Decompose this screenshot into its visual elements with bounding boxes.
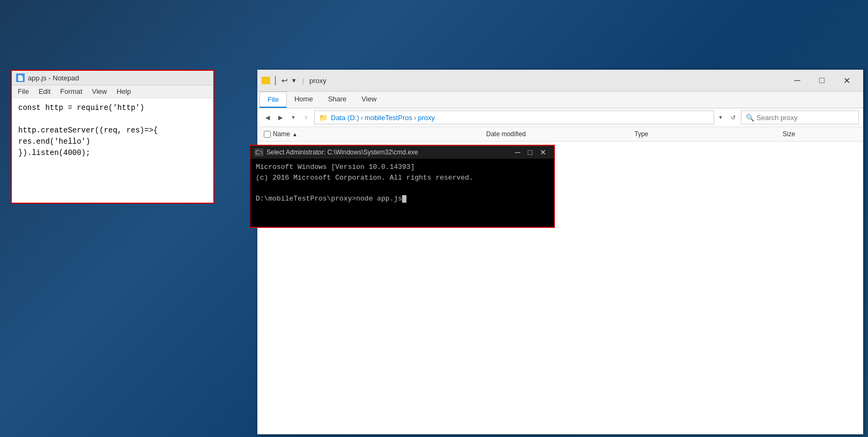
cmd-content[interactable]: Microsoft Windows [Version 10.0.14393] (… bbox=[250, 159, 554, 227]
sort-arrow: ▲ bbox=[292, 131, 298, 137]
menu-view[interactable]: View bbox=[91, 87, 109, 96]
search-box[interactable]: 🔍 bbox=[741, 110, 859, 124]
cmd-line-4: D:\mobileTestPros\proxy>node app.js bbox=[256, 194, 548, 204]
cmd-line-3 bbox=[256, 183, 548, 194]
search-icon: 🔍 bbox=[746, 114, 754, 122]
explorer-maximize-btn[interactable]: □ bbox=[810, 73, 834, 88]
cmd-restore-btn[interactable]: □ bbox=[525, 148, 536, 157]
col-date-header[interactable]: Date modified bbox=[486, 130, 635, 138]
menu-help[interactable]: Help bbox=[115, 87, 132, 96]
cmd-window: C:\ Select Administrator: C:\Windows\Sys… bbox=[249, 145, 555, 228]
address-dropdown-btn[interactable]: ▼ bbox=[716, 112, 725, 123]
cmd-titlebar: C:\ Select Administrator: C:\Windows\Sys… bbox=[250, 146, 554, 159]
cmd-close-btn[interactable]: ✕ bbox=[537, 148, 550, 157]
ribbon-tab-file[interactable]: File bbox=[259, 92, 287, 108]
file-list-header: Name ▲ Date modified Type Size bbox=[257, 127, 863, 142]
notepad-menubar: File Edit Format View Help bbox=[12, 85, 213, 98]
quick-toolbar-undo[interactable]: ↩ bbox=[281, 76, 288, 85]
col-size-header[interactable]: Size bbox=[783, 130, 857, 138]
explorer-titlebar: │ ↩ ▼ | proxy ─ □ ✕ bbox=[257, 70, 863, 92]
col-name-header[interactable]: Name ▲ bbox=[264, 130, 486, 138]
select-all-checkbox[interactable] bbox=[264, 131, 271, 138]
menu-file[interactable]: File bbox=[16, 87, 31, 96]
cmd-icon: C:\ bbox=[255, 149, 263, 156]
cmd-controls: ─ □ ✕ bbox=[512, 148, 550, 157]
cmd-line-1: Microsoft Windows [Version 10.0.14393] bbox=[256, 162, 548, 173]
desktop: 📄 app.js - Notepad File Edit Format View… bbox=[0, 0, 868, 437]
col-type-header[interactable]: Type bbox=[634, 130, 783, 138]
watermark: CSDN @仙凌阁 bbox=[807, 421, 857, 431]
notepad-title: app.js - Notepad bbox=[28, 74, 79, 82]
cmd-cursor bbox=[402, 195, 406, 203]
notepad-window: 📄 app.js - Notepad File Edit Format View… bbox=[11, 70, 214, 204]
code-line-4: res.end('hello') bbox=[18, 136, 207, 147]
cmd-title-text: Select Administrator: C:\Windows\System3… bbox=[266, 149, 418, 156]
menu-format[interactable]: Format bbox=[58, 87, 84, 96]
cmd-title-left: C:\ Select Administrator: C:\Windows\Sys… bbox=[255, 149, 418, 156]
code-line-2 bbox=[18, 114, 207, 125]
sep-2: › bbox=[414, 114, 416, 122]
separator: | bbox=[302, 77, 304, 85]
up-btn[interactable]: ↑ bbox=[300, 112, 312, 123]
explorer-ribbon: File Home Share View bbox=[257, 92, 863, 108]
path-folder-icon: 📁 bbox=[319, 114, 328, 122]
path-part-3: proxy bbox=[418, 114, 435, 122]
ribbon-tab-share[interactable]: Share bbox=[321, 92, 354, 108]
notepad-content[interactable]: const http = require('http') http.create… bbox=[12, 98, 213, 203]
explorer-title-text: proxy bbox=[309, 77, 327, 85]
recent-btn[interactable]: ▼ bbox=[287, 112, 299, 123]
menu-edit[interactable]: Edit bbox=[37, 87, 52, 96]
quick-toolbar-save[interactable]: │ bbox=[273, 76, 278, 85]
address-right: ▼ ↺ bbox=[716, 112, 739, 123]
sep-1: › bbox=[361, 114, 363, 122]
ribbon-tab-home[interactable]: Home bbox=[287, 92, 321, 108]
cmd-minimize-btn[interactable]: ─ bbox=[512, 148, 524, 157]
refresh-btn[interactable]: ↺ bbox=[727, 112, 739, 123]
explorer-window: │ ↩ ▼ | proxy ─ □ ✕ File Home Share View bbox=[257, 70, 863, 434]
address-path[interactable]: 📁 Data (D:) › mobileTestPros › proxy bbox=[314, 110, 714, 124]
ribbon-tab-view[interactable]: View bbox=[354, 92, 384, 108]
path-part-1: Data (D:) bbox=[331, 114, 359, 122]
explorer-titlebar-controls: ─ □ ✕ bbox=[785, 73, 859, 88]
forward-btn[interactable]: ▶ bbox=[275, 112, 286, 123]
cmd-line-2: (c) 2016 Microsoft Corporation. All righ… bbox=[256, 173, 548, 183]
code-line-1: const http = require('http') bbox=[18, 102, 207, 114]
code-line-5: }).listen(4000); bbox=[18, 147, 207, 159]
code-line-3: http.createServer((req, res)=>{ bbox=[18, 125, 207, 136]
back-btn[interactable]: ◀ bbox=[262, 112, 273, 123]
path-part-2: mobileTestPros bbox=[365, 114, 412, 122]
explorer-close-btn[interactable]: ✕ bbox=[834, 73, 859, 88]
explorer-title-left: │ ↩ ▼ | proxy bbox=[262, 76, 327, 85]
nav-buttons: ◀ ▶ ▼ ↑ bbox=[262, 112, 312, 123]
explorer-minimize-btn[interactable]: ─ bbox=[785, 73, 810, 88]
address-bar: ◀ ▶ ▼ ↑ 📁 Data (D:) › mobileTestPros › p… bbox=[257, 108, 863, 127]
search-input[interactable] bbox=[756, 114, 842, 122]
folder-icon bbox=[262, 77, 270, 84]
quick-toolbar-dropdown[interactable]: ▼ bbox=[291, 77, 297, 84]
ribbon-tabs: File Home Share View bbox=[257, 92, 863, 108]
notepad-titlebar: 📄 app.js - Notepad bbox=[12, 71, 213, 85]
notepad-icon: 📄 bbox=[16, 73, 25, 82]
